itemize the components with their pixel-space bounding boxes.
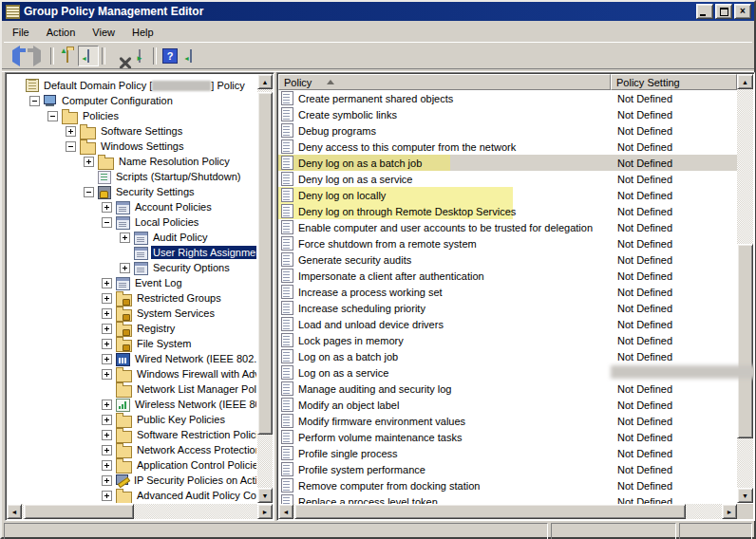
- tree-item-application-control-policies[interactable]: Application Control Policies: [8, 457, 256, 473]
- tree-item-event-log[interactable]: Event Log: [8, 275, 256, 290]
- collapse-icon[interactable]: [84, 187, 94, 197]
- policy-row[interactable]: Deny log on as a batch jobNot Defined: [278, 155, 737, 171]
- expand-icon[interactable]: [102, 339, 112, 349]
- tree-item-software-restriction-policies[interactable]: Software Restriction Policies: [8, 427, 256, 442]
- policy-row[interactable]: Manage auditing and security logNot Defi…: [278, 381, 737, 397]
- tree-item-advanced-audit-policy-configu[interactable]: Advanced Audit Policy Configu: [8, 488, 256, 503]
- export-list-button[interactable]: [129, 46, 150, 66]
- tree-item-registry[interactable]: Registry: [8, 321, 256, 336]
- tree-item-ip-security-policies-on-active-d[interactable]: IP Security Policies on Active D: [8, 473, 256, 488]
- tree-item-file-system[interactable]: File System: [8, 336, 256, 351]
- menu-view[interactable]: View: [84, 25, 123, 40]
- expand-icon[interactable]: [84, 157, 94, 167]
- tree-item-root[interactable]: Default Domain Policy [] Policy: [8, 78, 256, 93]
- expand-icon[interactable]: [102, 308, 112, 319]
- scroll-down-icon[interactable]: ▼: [257, 488, 273, 503]
- tree-item-windows-firewall-with-advanc[interactable]: Windows Firewall with Advanc: [8, 366, 256, 381]
- expand-icon[interactable]: [102, 415, 112, 425]
- expand-icon[interactable]: [102, 475, 112, 486]
- title-bar[interactable]: Group Policy Management Editor ×: [2, 2, 754, 21]
- policy-row[interactable]: Perform volume maintenance tasksNot Defi…: [278, 429, 737, 445]
- tree-item-wired-network-ieee-802-3-p[interactable]: Wired Network (IEEE 802.3) P: [8, 351, 256, 366]
- up-one-level-button[interactable]: [57, 46, 78, 66]
- tree-item-audit-policy[interactable]: Audit Policy: [8, 230, 256, 245]
- properties-window-button[interactable]: [180, 46, 201, 66]
- policy-row[interactable]: Enable computer and user accounts to be …: [278, 219, 737, 235]
- list-vertical-scrollbar[interactable]: ▲ ▼: [737, 74, 753, 503]
- close-button[interactable]: ×: [734, 4, 751, 19]
- policy-row[interactable]: Debug programsNot Defined: [278, 122, 737, 139]
- tree-item-network-access-protection[interactable]: Network Access Protection: [8, 442, 256, 457]
- policy-row[interactable]: Generate security auditsNot Defined: [278, 251, 737, 268]
- collapse-icon[interactable]: [47, 111, 58, 121]
- forward-button[interactable]: [27, 46, 47, 66]
- menu-file[interactable]: File: [4, 25, 38, 40]
- scroll-down-icon[interactable]: ▼: [737, 488, 753, 503]
- policy-row[interactable]: Remove computer from docking stationNot …: [278, 477, 737, 493]
- expand-icon[interactable]: [120, 232, 130, 243]
- back-button[interactable]: [6, 46, 27, 66]
- tree-vertical-scrollbar[interactable]: ▲ ▼: [257, 74, 273, 503]
- scroll-left-icon[interactable]: ◄: [7, 504, 22, 519]
- policy-row[interactable]: Deny access to this computer from the ne…: [278, 139, 737, 155]
- column-header-policy-setting[interactable]: Policy Setting: [611, 74, 737, 90]
- expand-icon[interactable]: [66, 126, 76, 137]
- tree-horizontal-scrollbar[interactable]: ◄ ►: [7, 504, 273, 519]
- policy-row[interactable]: Deny log on as a serviceNot Defined: [278, 171, 737, 187]
- policy-row[interactable]: Increase a process working setNot Define…: [278, 284, 737, 300]
- policy-row[interactable]: Impersonate a client after authenticatio…: [278, 268, 737, 284]
- show-console-tree-button[interactable]: [78, 46, 99, 66]
- policy-row[interactable]: Deny log on through Remote Desktop Servi…: [278, 203, 737, 219]
- scroll-up-icon[interactable]: ▲: [257, 74, 273, 89]
- tree-item-security-settings[interactable]: Security Settings: [8, 184, 256, 199]
- policy-row[interactable]: Modify an object labelNot Defined: [278, 397, 737, 413]
- menu-help[interactable]: Help: [123, 25, 162, 40]
- scroll-up-icon[interactable]: ▲: [737, 74, 753, 89]
- tree-item-windows-settings[interactable]: Windows Settings: [8, 139, 256, 154]
- collapse-icon[interactable]: [29, 96, 40, 106]
- help-button[interactable]: ?: [160, 46, 180, 66]
- column-header-policy[interactable]: Policy: [278, 74, 611, 90]
- policy-row[interactable]: Modify firmware environment valuesNot De…: [278, 413, 737, 429]
- tree-item-security-options[interactable]: Security Options: [8, 260, 256, 275]
- list-vscroll-thumb[interactable]: [737, 244, 753, 438]
- tree-item-restricted-groups[interactable]: Restricted Groups: [8, 290, 256, 306]
- policy-row[interactable]: Load and unload device driversNot Define…: [278, 316, 737, 332]
- expand-icon[interactable]: [102, 369, 112, 380]
- policy-row[interactable]: Increase scheduling priorityNot Defined: [278, 300, 737, 316]
- expand-icon[interactable]: [102, 445, 112, 455]
- scroll-right-icon[interactable]: ►: [257, 504, 273, 519]
- tree-item-user-rights-assignment[interactable]: User Rights Assignment: [8, 245, 256, 260]
- policy-row[interactable]: Log on as a batch jobNot Defined: [278, 348, 737, 364]
- tree-hscroll-thumb[interactable]: [24, 504, 134, 519]
- expand-icon[interactable]: [102, 278, 112, 288]
- policy-row[interactable]: Lock pages in memoryNot Defined: [278, 332, 737, 348]
- delete-button[interactable]: [108, 46, 129, 66]
- expand-icon[interactable]: [102, 430, 112, 440]
- list-horizontal-scrollbar[interactable]: ◄ ►: [278, 504, 737, 519]
- policy-row[interactable]: Create symbolic linksNot Defined: [278, 106, 737, 122]
- maximize-button[interactable]: [715, 4, 732, 19]
- tree-vscroll-thumb[interactable]: [257, 92, 273, 435]
- tree-item-system-services[interactable]: System Services: [8, 306, 256, 321]
- expand-icon[interactable]: [120, 263, 130, 273]
- policy-row[interactable]: Force shutdown from a remote systemNot D…: [278, 235, 737, 251]
- collapse-icon[interactable]: [66, 141, 76, 152]
- expand-icon[interactable]: [102, 202, 112, 213]
- tree-item-account-policies[interactable]: Account Policies: [8, 199, 256, 214]
- tree-item-computer-configuration[interactable]: Computer Configuration: [8, 93, 256, 108]
- list-hscroll-thumb[interactable]: [294, 504, 686, 519]
- tree-item-software-settings[interactable]: Software Settings: [8, 123, 256, 139]
- policy-row[interactable]: Create permanent shared objectsNot Defin…: [278, 90, 737, 106]
- expand-icon[interactable]: [102, 491, 112, 501]
- expand-icon[interactable]: [102, 324, 112, 334]
- policy-row[interactable]: Profile system performanceNot Defined: [278, 461, 737, 477]
- policy-row[interactable]: Profile single processNot Defined: [278, 445, 737, 461]
- tree-item-local-policies[interactable]: Local Policies: [8, 214, 256, 230]
- policy-row[interactable]: Replace a process level tokenNot Defined: [278, 493, 737, 504]
- tree-item-scripts-startup-shutdown[interactable]: Scripts (Startup/Shutdown): [8, 169, 256, 184]
- scroll-left-icon[interactable]: ◄: [278, 504, 293, 519]
- expand-icon[interactable]: [102, 400, 112, 410]
- tree-item-policies[interactable]: Policies: [8, 108, 256, 123]
- minimize-button[interactable]: [696, 4, 713, 19]
